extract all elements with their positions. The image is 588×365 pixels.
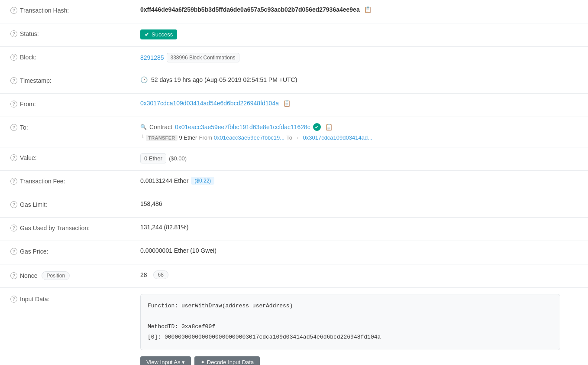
input-data-line4: [0]: 0000000000000000000000003017cdca109… <box>148 332 553 342</box>
status-text: Success <box>152 31 173 38</box>
from-row: ? From: 0x3017cdca109d03414ad54e6d6bcd22… <box>0 94 588 117</box>
gas-limit-amount: 158,486 <box>140 200 162 207</box>
value-label-text: Value: <box>20 154 37 161</box>
gas-price-value: 0.00000001 Ether (10 Gwei) <box>140 247 578 254</box>
copy-hash-icon[interactable]: 📋 <box>364 6 372 13</box>
transaction-fee-label: ? Transaction Fee: <box>10 177 140 185</box>
status-row: ? Status: ✔ Success <box>0 23 588 47</box>
block-label: ? Block: <box>10 53 140 61</box>
help-icon-value[interactable]: ? <box>10 154 17 161</box>
timestamp-value: 🕐 52 days 19 hrs ago (Aug-05-2019 02:54:… <box>140 76 578 83</box>
gas-used-label-text: Gas Used by Transaction: <box>20 225 90 231</box>
input-data-value: Function: userWithDraw(address userAddre… <box>140 294 578 365</box>
copy-from-icon[interactable]: 📋 <box>283 100 291 107</box>
nonce-label: ? Nonce Position <box>10 270 140 280</box>
help-icon-gas-limit[interactable]: ? <box>10 201 17 208</box>
value-usd-text: ($0.00) <box>169 155 187 162</box>
help-icon-fee[interactable]: ? <box>10 178 17 185</box>
to-value: 🔍 Contract 0x01eacc3ae59ee7fbbc191d63e8e… <box>140 123 578 141</box>
to-label: ? To: <box>10 123 140 131</box>
input-data-row: ? Input Data: Function: userWithDraw(add… <box>0 288 588 365</box>
nonce-row-inner: 28 68 <box>140 270 168 279</box>
timestamp-label-text: Timestamp: <box>20 77 52 84</box>
transaction-hash-value: 0xff446de94a6f259bb5b3d5ffda6de0a657a5c9… <box>140 6 578 13</box>
from-address-link[interactable]: 0x3017cdca109d03414ad54e6d6bcd226948fd10… <box>140 100 279 107</box>
transaction-hash-label: ? Transaction Hash: <box>10 6 140 14</box>
value-row: ? Value: 0 Ether ($0.00) <box>0 147 588 171</box>
to-row: ? To: 🔍 Contract 0x01eacc3ae59ee7fbbc191… <box>0 117 588 147</box>
to-top: 🔍 Contract 0x01eacc3ae59ee7fbbc191d63e8e… <box>140 123 372 131</box>
help-icon-to[interactable]: ? <box>10 124 17 131</box>
transaction-fee-label-text: Transaction Fee: <box>20 178 65 185</box>
status-label: ? Status: <box>10 29 140 37</box>
view-input-as-button[interactable]: View Input As ▾ <box>140 356 191 365</box>
help-icon-gas-price[interactable]: ? <box>10 248 17 255</box>
nonce-number: 28 <box>140 271 147 278</box>
input-data-line3: MethodID: 0xa8cef00f <box>148 322 553 332</box>
gas-used-amount: 131,244 (82.81%) <box>140 224 188 231</box>
transfer-to-address[interactable]: 0x3017cdca109d03414ad... <box>303 134 372 141</box>
help-icon-from[interactable]: ? <box>10 101 17 108</box>
block-value: 8291285 338996 Block Confirmations <box>140 53 578 62</box>
gas-price-row: ? Gas Price: 0.00000001 Ether (10 Gwei) <box>0 241 588 264</box>
help-icon-input-data[interactable]: ? <box>10 296 17 303</box>
help-icon-nonce[interactable]: ? <box>10 272 17 279</box>
fee-amount: 0.00131244 Ether <box>140 177 188 184</box>
block-confirmations-badge: 338996 Block Confirmations <box>167 53 239 62</box>
input-data-label: ? Input Data: <box>10 294 140 303</box>
input-data-line1: Function: userWithDraw(address userAddre… <box>148 301 553 311</box>
fee-usd-badge: ($0.22) <box>191 177 214 185</box>
status-value: ✔ Success <box>140 29 578 39</box>
contract-label: Contract <box>149 124 172 130</box>
gas-used-label: ? Gas Used by Transaction: <box>10 224 140 231</box>
clock-icon: 🕐 <box>140 76 148 83</box>
from-label-text: From: <box>20 101 36 108</box>
transfer-from-address[interactable]: 0x01eacc3ae59ee7fbbc19... <box>214 134 284 141</box>
help-icon-gas-used[interactable]: ? <box>10 225 17 231</box>
transfer-amount: 9 Ether <box>179 134 197 141</box>
help-icon-hash[interactable]: ? <box>10 7 17 14</box>
position-label-badge: Position <box>42 271 70 280</box>
check-icon: ✔ <box>145 31 149 38</box>
nonce-label-text: Nonce <box>20 272 37 279</box>
transfer-label-badge: TRANSFER <box>146 135 177 141</box>
help-icon-block[interactable]: ? <box>10 54 17 61</box>
timestamp-text: 52 days 19 hrs ago (Aug-05-2019 02:54:51… <box>151 76 297 83</box>
timestamp-row: ? Timestamp: 🕐 52 days 19 hrs ago (Aug-0… <box>0 70 588 94</box>
timestamp-label: ? Timestamp: <box>10 76 140 84</box>
verified-icon: ✔ <box>313 123 321 131</box>
gas-limit-row: ? Gas Limit: 158,486 <box>0 194 588 218</box>
transfer-arrow-prefix: └ <box>140 134 144 141</box>
value-amount-box: 0 Ether <box>140 153 166 163</box>
gas-price-amount: 0.00000001 Ether (10 Gwei) <box>140 247 216 254</box>
nonce-value: 28 68 <box>140 270 578 279</box>
block-row: ? Block: 8291285 338996 Block Confirmati… <box>0 47 588 70</box>
copy-contract-icon[interactable]: 📋 <box>325 124 333 130</box>
block-label-text: Block: <box>20 54 36 61</box>
input-data-buttons: View Input As ▾ ✦ Decode Input Data <box>140 356 260 365</box>
magnifier-icon: 🔍 <box>140 124 147 130</box>
transfer-from-label: From <box>199 134 212 141</box>
help-icon-timestamp[interactable]: ? <box>10 77 17 84</box>
to-section: 🔍 Contract 0x01eacc3ae59ee7fbbc191d63e8e… <box>140 123 372 141</box>
fee-usd-text: $0.22 <box>196 178 209 184</box>
help-icon-status[interactable]: ? <box>10 30 17 37</box>
decode-input-button[interactable]: ✦ Decode Input Data <box>194 356 260 365</box>
transaction-fee-value: 0.00131244 Ether ($0.22) <box>140 177 578 185</box>
gas-limit-value: 158,486 <box>140 200 578 207</box>
from-label: ? From: <box>10 100 140 108</box>
transaction-hash-label-text: Transaction Hash: <box>20 7 69 14</box>
transfer-row: └ TRANSFER 9 Ether From 0x01eacc3ae59ee7… <box>140 134 372 141</box>
block-number-link[interactable]: 8291285 <box>140 54 164 61</box>
from-value: 0x3017cdca109d03414ad54e6d6bcd226948fd10… <box>140 100 578 107</box>
to-label-text: To: <box>20 124 28 131</box>
input-data-line2 <box>148 312 553 321</box>
contract-address-link[interactable]: 0x01eacc3ae59ee7fbbc191d63e8e1ccfdac1162… <box>175 124 310 130</box>
gas-used-row: ? Gas Used by Transaction: 131,244 (82.8… <box>0 218 588 241</box>
transfer-to-label: To → <box>286 134 299 141</box>
status-badge: ✔ Success <box>140 29 177 39</box>
gas-price-label: ? Gas Price: <box>10 247 140 255</box>
input-data-box: Function: userWithDraw(address userAddre… <box>140 294 560 350</box>
gas-limit-label: ? Gas Limit: <box>10 200 140 208</box>
gas-limit-label-text: Gas Limit: <box>20 201 47 208</box>
